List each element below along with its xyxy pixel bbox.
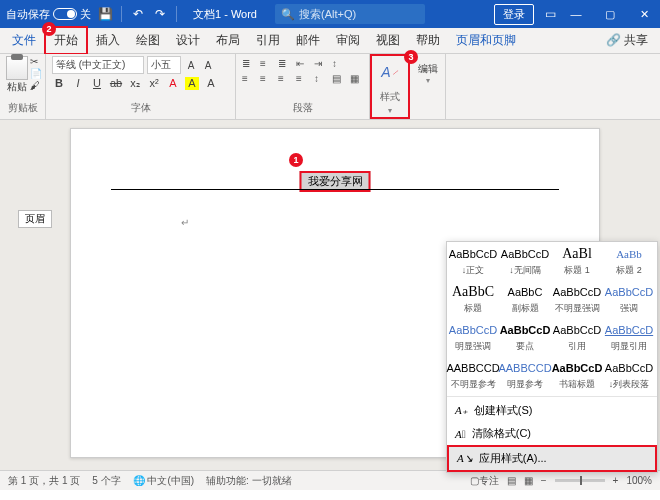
tab-help[interactable]: 帮助 bbox=[408, 28, 448, 53]
close-button[interactable]: ✕ bbox=[628, 0, 660, 28]
minimize-button[interactable]: — bbox=[560, 0, 592, 28]
tab-file[interactable]: 文件 bbox=[4, 28, 44, 53]
zoom-level[interactable]: 100% bbox=[626, 475, 652, 486]
save-icon[interactable]: 💾 bbox=[97, 6, 113, 22]
style-cell[interactable]: AaBbCcD书籍标题 bbox=[551, 356, 603, 394]
style-name: ↓列表段落 bbox=[605, 378, 653, 391]
align-left-icon[interactable]: ≡ bbox=[242, 73, 255, 86]
line-spacing-icon[interactable]: ↕ bbox=[314, 73, 327, 86]
style-name: 标题 2 bbox=[605, 264, 653, 277]
cut-icon[interactable]: ✂ bbox=[30, 56, 42, 68]
autosave-toggle[interactable] bbox=[53, 8, 77, 20]
tab-review[interactable]: 审阅 bbox=[328, 28, 368, 53]
tab-design[interactable]: 设计 bbox=[168, 28, 208, 53]
style-name: 明显强调 bbox=[449, 340, 497, 353]
borders-icon[interactable]: ▦ bbox=[350, 73, 363, 86]
clear-format-action[interactable]: A⃠清除格式(C) bbox=[447, 422, 657, 445]
strike-button[interactable]: ab bbox=[109, 77, 123, 90]
align-right-icon[interactable]: ≡ bbox=[278, 73, 291, 86]
style-cell[interactable]: AABBCCD明显参考 bbox=[499, 356, 551, 394]
apply-style-action[interactable]: A↘应用样式(A)...4 bbox=[447, 445, 657, 472]
zoom-slider[interactable] bbox=[555, 479, 605, 482]
style-name: 引用 bbox=[553, 340, 601, 353]
styles-button[interactable]: A⟋ 样式 ▾ 3 bbox=[370, 54, 410, 119]
edit-button[interactable]: 编辑 bbox=[416, 62, 439, 76]
style-preview: AaBbC bbox=[449, 283, 497, 301]
header-rule bbox=[111, 189, 559, 190]
copy-icon[interactable]: 📄 bbox=[30, 68, 42, 80]
undo-icon[interactable]: ↶ bbox=[130, 6, 146, 22]
zoom-in[interactable]: + bbox=[613, 475, 619, 486]
style-name: ↓正文 bbox=[449, 264, 497, 277]
grow-font-icon[interactable]: A bbox=[184, 60, 198, 71]
redo-icon[interactable]: ↷ bbox=[152, 6, 168, 22]
status-page[interactable]: 第 1 页，共 1 页 bbox=[8, 474, 80, 488]
ribbon-mode-icon[interactable]: ▭ bbox=[542, 6, 558, 22]
zoom-out[interactable]: − bbox=[541, 475, 547, 486]
style-name: ↓无间隔 bbox=[501, 264, 549, 277]
style-cell[interactable]: AaBbCcD明显引用 bbox=[603, 318, 655, 356]
superscript-button[interactable]: x² bbox=[147, 77, 161, 90]
sort-icon[interactable]: ↕ bbox=[332, 58, 345, 71]
status-words[interactable]: 5 个字 bbox=[92, 474, 120, 488]
style-cell[interactable]: AaBbCcD强调 bbox=[603, 280, 655, 318]
subscript-button[interactable]: x₂ bbox=[128, 77, 142, 90]
bullets-icon[interactable]: ≣ bbox=[242, 58, 255, 71]
align-center-icon[interactable]: ≡ bbox=[260, 73, 273, 86]
view-print[interactable]: ▤ bbox=[507, 475, 516, 486]
tab-draw[interactable]: 绘图 bbox=[128, 28, 168, 53]
share-button[interactable]: 🔗 共享 bbox=[600, 30, 654, 51]
indent-inc-icon[interactable]: ⇥ bbox=[314, 58, 327, 71]
style-cell[interactable]: AABBCCD不明显参考 bbox=[447, 356, 499, 394]
callout-3: 3 bbox=[404, 50, 418, 64]
view-web[interactable]: ▦ bbox=[524, 475, 533, 486]
style-cell[interactable]: AaBb标题 2 bbox=[603, 242, 655, 280]
style-cell[interactable]: AaBbC标题 bbox=[447, 280, 499, 318]
italic-button[interactable]: I bbox=[71, 77, 85, 90]
style-cell[interactable]: AaBbCcD引用 bbox=[551, 318, 603, 356]
numbering-icon[interactable]: ≡ bbox=[260, 58, 273, 71]
font-name-select[interactable]: 等线 (中文正文) bbox=[52, 56, 144, 74]
style-preview: AaBbCcD bbox=[553, 321, 601, 339]
tab-references[interactable]: 引用 bbox=[248, 28, 288, 53]
signin-button[interactable]: 登录 bbox=[494, 4, 534, 25]
style-cell[interactable]: AaBbCcD↓列表段落 bbox=[603, 356, 655, 394]
style-name: 明显引用 bbox=[605, 340, 653, 353]
tab-layout[interactable]: 布局 bbox=[208, 28, 248, 53]
tab-insert[interactable]: 插入 bbox=[88, 28, 128, 53]
body-cursor[interactable]: ↵ bbox=[181, 217, 189, 228]
status-lang[interactable]: 🌐 中文(中国) bbox=[133, 474, 194, 488]
style-cell[interactable]: AaBbCcD要点 bbox=[499, 318, 551, 356]
paste-label: 粘贴 bbox=[6, 80, 28, 94]
tab-mailings[interactable]: 邮件 bbox=[288, 28, 328, 53]
underline-button[interactable]: U bbox=[90, 77, 104, 90]
font-size-select[interactable]: 小五 bbox=[147, 56, 181, 74]
bold-button[interactable]: B bbox=[52, 77, 66, 90]
style-name: 强调 bbox=[605, 302, 653, 315]
create-style-action[interactable]: A₊创建样式(S) bbox=[447, 399, 657, 422]
style-preview: AaBl bbox=[553, 245, 601, 263]
focus-mode[interactable]: ▢专注 bbox=[470, 474, 499, 488]
tab-header-footer[interactable]: 页眉和页脚 bbox=[448, 28, 524, 53]
style-cell[interactable]: AaBbCcD不明显强调 bbox=[551, 280, 603, 318]
format-painter-icon[interactable]: 🖌 bbox=[30, 80, 42, 92]
highlight-button[interactable]: A bbox=[185, 77, 199, 90]
font-color-button[interactable]: A bbox=[166, 77, 180, 90]
clear-format-button[interactable]: A bbox=[204, 77, 218, 90]
justify-icon[interactable]: ≡ bbox=[296, 73, 309, 86]
maximize-button[interactable]: ▢ bbox=[594, 0, 626, 28]
indent-dec-icon[interactable]: ⇤ bbox=[296, 58, 309, 71]
shading-icon[interactable]: ▤ bbox=[332, 73, 345, 86]
search-input[interactable]: 🔍 搜索(Alt+Q) bbox=[275, 4, 425, 24]
style-cell[interactable]: AaBbCcD↓正文 bbox=[447, 242, 499, 280]
style-cell[interactable]: AaBbCcD↓无间隔 bbox=[499, 242, 551, 280]
paste-button[interactable]: 粘贴 bbox=[6, 56, 28, 94]
tab-view[interactable]: 视图 bbox=[368, 28, 408, 53]
style-cell[interactable]: AaBbC副标题 bbox=[499, 280, 551, 318]
style-preview: AaBb bbox=[605, 245, 653, 263]
shrink-font-icon[interactable]: A bbox=[201, 60, 215, 71]
multilevel-icon[interactable]: ≣ bbox=[278, 58, 291, 71]
style-cell[interactable]: AaBl标题 1 bbox=[551, 242, 603, 280]
status-a11y[interactable]: 辅助功能: 一切就绪 bbox=[206, 474, 292, 488]
style-cell[interactable]: AaBbCcD明显强调 bbox=[447, 318, 499, 356]
